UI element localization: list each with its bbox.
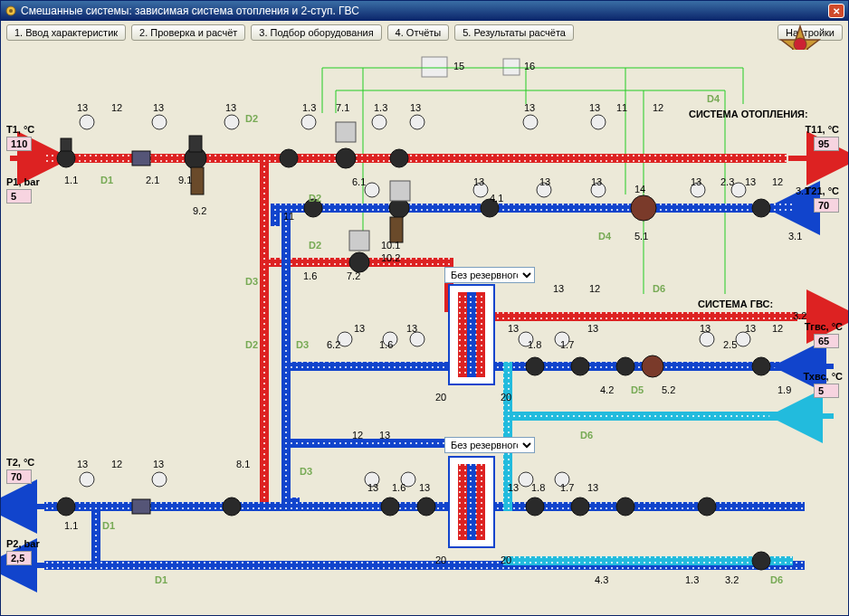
svg-point-101 [571,357,589,375]
svg-point-64 [80,115,94,129]
tag-11-1: 11 [616,102,627,113]
tag-1_6: 1.6 [303,270,317,281]
heading-heating: СИСТЕМА ОТОПЛЕНИЯ: [689,109,808,119]
tab-reports[interactable]: 4. Отчёты [387,24,450,41]
value-Thvs[interactable]: 5 [814,384,839,398]
svg-rect-33 [271,204,280,226]
tag-D1-2: D1 [102,520,115,531]
svg-point-95 [631,195,656,221]
svg-rect-24 [452,154,787,163]
value-P1[interactable]: 5 [6,189,32,204]
tag-1_8b: 1.8 [531,482,545,493]
reserve-combo-2[interactable]: Без резервного [444,437,535,453]
tag-1_8a: 1.8 [528,339,541,350]
tag-13-13: 13 [354,323,365,334]
tag-D1-3: D1 [155,574,167,585]
tag-20d: 20 [501,554,511,565]
tag-12-4: 12 [589,283,600,294]
tag-1_7b: 1.7 [560,482,574,493]
app-window: Смешанные системы: зависимая система ото… [0,0,849,616]
value-T21[interactable]: 70 [814,198,839,213]
svg-point-62 [390,149,408,167]
heading-gvs: СИСТЕМА ГВС: [698,299,773,309]
tag-5_1: 5.1 [634,231,648,242]
tag-4_3: 4.3 [595,574,608,585]
tab-calc[interactable]: 2. Проверка и расчёт [131,24,245,41]
tag-7_2: 7.2 [347,270,360,281]
close-button[interactable]: ✕ [828,4,844,18]
svg-point-69 [410,115,424,129]
label-T2: T2, °C [6,457,34,468]
svg-point-102 [616,357,634,375]
window-title: Смешанные системы: зависимая система ото… [21,5,828,17]
tab-input[interactable]: 1. Ввод характеристик [6,24,126,41]
tab-equip[interactable]: 3. Подбор оборудования [251,24,381,41]
tag-5_2: 5.2 [662,384,675,395]
tag-12-b2: 12 [352,430,363,441]
svg-point-61 [336,148,356,168]
tab-results[interactable]: 5. Результаты расчёта [454,24,574,41]
label-T11: T11, °C [806,124,839,135]
heat-exchanger-1 [449,285,494,384]
svg-point-68 [372,115,386,129]
tag-D2-1: D2 [245,113,258,124]
diagram-canvas: T1, °C 110 P1, bar 5 T2, °C 70 P2, bar 2… [1,50,848,615]
heat-exchanger-2 [449,457,494,547]
tag-12-5: 12 [772,323,783,334]
reserve-combo-1[interactable]: Без резервного [444,267,535,283]
tag-15: 15 [453,61,464,71]
tag-13-8: 13 [539,176,550,187]
svg-point-54 [57,149,75,167]
svg-rect-45 [503,412,793,421]
value-Tgvs[interactable]: 65 [814,334,839,348]
tag-1_3a: 1.3 [302,102,316,113]
tag-1_6b: 1.6 [379,339,393,350]
value-T11[interactable]: 95 [814,137,839,151]
svg-rect-11 [503,59,520,75]
tag-13-b2: 13 [153,459,164,469]
svg-point-72 [365,183,379,197]
tag-8_1: 8.1 [236,459,250,469]
tag-D2-3: D2 [309,240,321,251]
tag-D6-2: D6 [580,430,593,441]
tag-13-4: 13 [410,102,421,113]
tag-D2-2: D2 [309,193,321,204]
svg-point-100 [526,357,544,375]
tag-6_2: 6.2 [327,339,340,350]
tag-1_7a: 1.7 [560,339,574,350]
svg-rect-93 [390,181,410,201]
svg-point-65 [152,115,167,129]
value-T2[interactable]: 70 [6,469,32,484]
tag-13-17: 13 [700,323,711,334]
tag-1_1: 1.1 [64,175,78,185]
tag-20a: 20 [435,392,446,403]
svg-point-1 [9,9,13,13]
svg-rect-50 [467,292,476,377]
svg-rect-47 [503,556,793,565]
tag-1_3c: 1.3 [685,574,699,585]
tag-13-15: 13 [508,323,519,334]
tag-2_5: 2.5 [723,339,737,350]
svg-rect-39 [281,208,291,507]
tag-13-9: 13 [591,176,602,187]
tag-13-7: 13 [473,176,484,187]
tag-13-b6: 13 [508,482,519,493]
svg-rect-60 [336,122,356,142]
svg-rect-97 [390,217,403,242]
svg-point-111 [571,498,589,516]
value-P2[interactable]: 2,5 [6,551,32,565]
svg-point-110 [526,498,544,516]
svg-point-85 [80,472,94,487]
tag-D3-3: D3 [300,466,312,477]
tag-13-b7: 13 [587,482,598,493]
tag-1_3b: 1.3 [374,102,387,113]
svg-rect-98 [349,231,369,251]
svg-point-66 [224,115,239,129]
tag-D6-3: D6 [770,574,783,585]
svg-rect-43 [291,498,300,507]
value-T1[interactable]: 110 [6,137,32,151]
svg-rect-55 [61,138,72,151]
tag-D2-4: D2 [245,339,258,350]
svg-point-80 [410,332,424,346]
svg-rect-10 [422,57,447,77]
